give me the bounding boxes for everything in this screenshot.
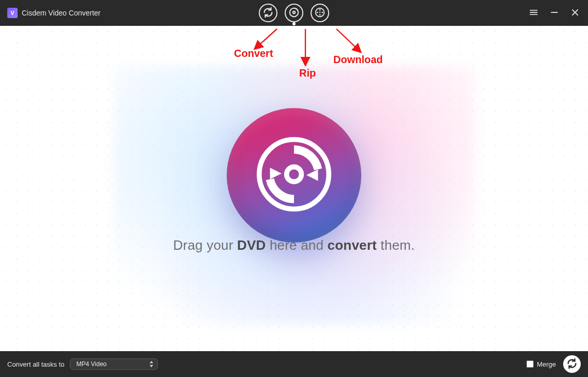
merge-label: Merge bbox=[537, 360, 556, 368]
drag-instruction: Drag your DVD here and convert them. bbox=[0, 237, 588, 253]
drag-text-convert: convert bbox=[328, 237, 377, 253]
disc-icon bbox=[288, 7, 300, 20]
window-controls bbox=[528, 7, 581, 19]
convert-tab[interactable] bbox=[259, 4, 277, 22]
svg-point-15 bbox=[287, 167, 302, 182]
select-stepper-icon bbox=[149, 360, 154, 368]
minimize-button[interactable] bbox=[549, 7, 560, 19]
app-title: Cisdem Video Converter bbox=[22, 9, 100, 17]
minimize-icon bbox=[549, 7, 560, 19]
convert-all-label: Convert all tasks to bbox=[7, 360, 65, 368]
svg-point-4 bbox=[321, 11, 323, 13]
rip-tab[interactable] bbox=[285, 4, 303, 22]
format-select-wrap: MP4 Video bbox=[70, 358, 158, 370]
svg-point-6 bbox=[317, 11, 318, 13]
svg-point-5 bbox=[319, 14, 321, 16]
mode-tabs bbox=[259, 4, 329, 22]
close-icon bbox=[570, 7, 580, 19]
convert-action-icon bbox=[566, 358, 578, 371]
footer-bar: Convert all tasks to MP4 Video Merge bbox=[0, 351, 588, 377]
svg-point-3 bbox=[319, 9, 321, 10]
footer-right: Merge bbox=[526, 355, 581, 373]
drop-zone[interactable]: Drag your DVD here and convert them. Con… bbox=[0, 26, 588, 351]
drag-text-dvd: DVD bbox=[237, 237, 266, 253]
format-select[interactable]: MP4 Video bbox=[70, 358, 158, 370]
convert-icon bbox=[262, 7, 274, 20]
svg-marker-23 bbox=[150, 365, 153, 367]
drag-text-prefix: Drag your bbox=[173, 237, 237, 253]
close-button[interactable] bbox=[569, 7, 581, 19]
merge-toggle[interactable]: Merge bbox=[526, 360, 556, 368]
merge-checkbox[interactable] bbox=[526, 360, 534, 368]
film-reel-icon bbox=[314, 7, 326, 20]
start-convert-button[interactable] bbox=[563, 355, 581, 373]
download-tab[interactable] bbox=[311, 4, 329, 22]
menu-button[interactable] bbox=[528, 7, 539, 19]
svg-marker-17 bbox=[270, 168, 282, 179]
titlebar: V Cisdem Video Converter bbox=[0, 0, 588, 26]
drag-text-suffix: them. bbox=[377, 237, 415, 253]
hamburger-icon bbox=[528, 7, 539, 19]
convert-emblem bbox=[227, 108, 361, 243]
brand: V Cisdem Video Converter bbox=[7, 8, 100, 18]
svg-marker-16 bbox=[306, 170, 318, 181]
app-icon: V bbox=[7, 8, 18, 18]
cycle-arrows-icon bbox=[253, 133, 335, 218]
svg-point-7 bbox=[319, 11, 320, 12]
svg-point-1 bbox=[293, 11, 295, 13]
drag-text-mid: here and bbox=[266, 237, 328, 253]
svg-marker-22 bbox=[150, 361, 153, 363]
